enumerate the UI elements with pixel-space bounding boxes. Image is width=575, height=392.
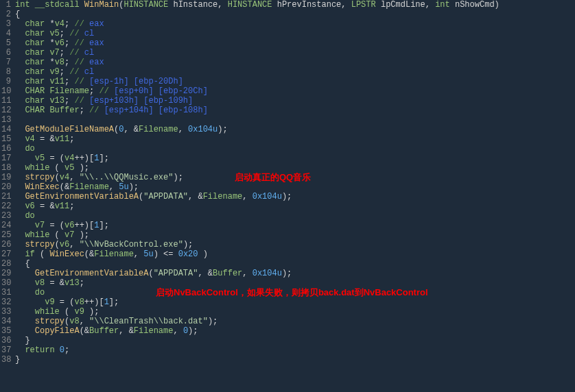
code-token: char (25, 58, 45, 67)
code-token: char (25, 67, 45, 77)
code-token: v4 (60, 173, 69, 182)
code-token: v7 (35, 221, 45, 230)
line-number: 28 (1, 259, 11, 269)
code-token: ( (55, 240, 60, 249)
code-token: v5 (35, 154, 45, 163)
code-token: eax (89, 19, 104, 29)
code-token: eax (89, 38, 104, 48)
code-token: ) (198, 249, 208, 259)
code-token: , (173, 326, 183, 336)
code-token (15, 221, 35, 230)
code-line: strcpy(v6, "\\NvBackControl.exe"); (15, 240, 575, 249)
code-line: char v9; // cl (15, 67, 575, 77)
code-token: = & (35, 134, 55, 144)
code-token: WinMain (84, 0, 119, 10)
code-token: v9 (45, 297, 54, 307)
code-token: char (25, 29, 45, 38)
code-token: ); (173, 173, 183, 182)
code-token: cl (84, 29, 94, 38)
code-token (15, 201, 25, 211)
code-token (15, 29, 25, 38)
code-token: // (69, 48, 84, 58)
code-token: { (15, 259, 30, 269)
code-token: while (25, 163, 49, 173)
code-line: int __stdcall WinMain(HINSTANCE hInstanc… (15, 0, 575, 10)
line-number: 21 (1, 192, 11, 201)
code-token (80, 0, 84, 10)
code-token: v4 (64, 154, 74, 163)
code-token: // (89, 106, 104, 115)
code-token: , (109, 182, 119, 192)
code-token (15, 249, 25, 259)
code-line: } (15, 336, 575, 345)
code-token (15, 297, 45, 307)
code-token: "\\..\\QQMusic.exe" (80, 173, 174, 182)
code-line: CopyFileA(&Buffer, &Filename, 0); (15, 326, 575, 336)
code-token: 0 (183, 326, 188, 336)
code-token: ; (80, 278, 84, 288)
code-token: ( (35, 249, 50, 259)
code-line: char v7; // cl (15, 48, 575, 58)
line-number: 24 (1, 221, 11, 230)
code-token: strcpy (35, 317, 64, 326)
code-token: ( (49, 230, 64, 240)
code-token: v4 (25, 134, 34, 144)
code-token (15, 288, 35, 297)
code-token: 0x104u (253, 192, 282, 201)
code-line: strcpy(v8, "\\CleanTrash\\back.dat"); (15, 317, 575, 326)
line-number-gutter: 1234567891011121314151617181920212223242… (0, 0, 14, 365)
code-token: , (178, 125, 188, 134)
line-number: 34 (1, 317, 11, 326)
code-token: cl (84, 67, 94, 77)
code-token: ; (64, 38, 74, 48)
code-token: Filename (139, 125, 178, 134)
code-token: , & (124, 125, 139, 134)
code-line: strcpy(v4, "\\..\\QQMusic.exe");启动真正的QQ音… (15, 173, 575, 182)
code-line: char *v8; // eax (15, 58, 575, 67)
code-token: HINSTANCE (124, 0, 168, 10)
code-token: 5u (119, 182, 128, 192)
code-token: Buffer (213, 269, 242, 278)
code-token: ) <= (154, 249, 178, 259)
code-token: ; (89, 86, 99, 96)
code-token: CopyFileA (35, 326, 80, 336)
code-token: do (35, 288, 45, 297)
code-token: ); (208, 317, 218, 326)
code-token (15, 240, 25, 249)
line-number: 27 (1, 249, 11, 259)
code-line: GetEnvironmentVariableA("APPDATA", &Buff… (15, 269, 575, 278)
code-token: ; (60, 67, 69, 77)
code-token: v7 (64, 230, 74, 240)
code-token: Filename (49, 86, 89, 96)
annotation-label: 启动NvBackControl，如果失败，则拷贝back.dat到NvBackC… (156, 288, 428, 297)
code-token: if (25, 249, 34, 259)
code-token: __stdcall (35, 0, 80, 10)
code-token: HINSTANCE (228, 0, 272, 10)
line-number: 2 (1, 10, 11, 19)
code-token: = ( (45, 154, 64, 163)
line-number: 38 (1, 355, 11, 365)
code-token: v13 (64, 278, 80, 288)
line-number: 19 (1, 173, 11, 182)
code-token: ; (64, 345, 69, 355)
code-token: // (99, 86, 114, 96)
code-area[interactable]: int __stdcall WinMain(HINSTANCE hInstanc… (14, 0, 575, 365)
code-token: v8 (74, 297, 84, 307)
code-token: ++)[ (84, 297, 104, 307)
code-line: v7 = (v6++)[1]; (15, 221, 575, 230)
code-token: v11 (55, 201, 70, 211)
code-token: ; (69, 201, 74, 211)
code-token: // (74, 96, 89, 106)
code-token: eax (89, 58, 104, 67)
code-token: , (69, 173, 79, 182)
code-token: = & (45, 278, 64, 288)
code-line: do (15, 211, 575, 221)
code-token: ); (282, 269, 292, 278)
line-number: 25 (1, 230, 11, 240)
code-token: ); (282, 192, 292, 201)
code-token: Filename (134, 326, 174, 336)
code-token: Buffer (89, 326, 119, 336)
code-line: CHAR Buffer; // [esp+104h] [ebp-108h] (15, 106, 575, 115)
code-token (15, 192, 25, 201)
code-token (55, 345, 60, 355)
